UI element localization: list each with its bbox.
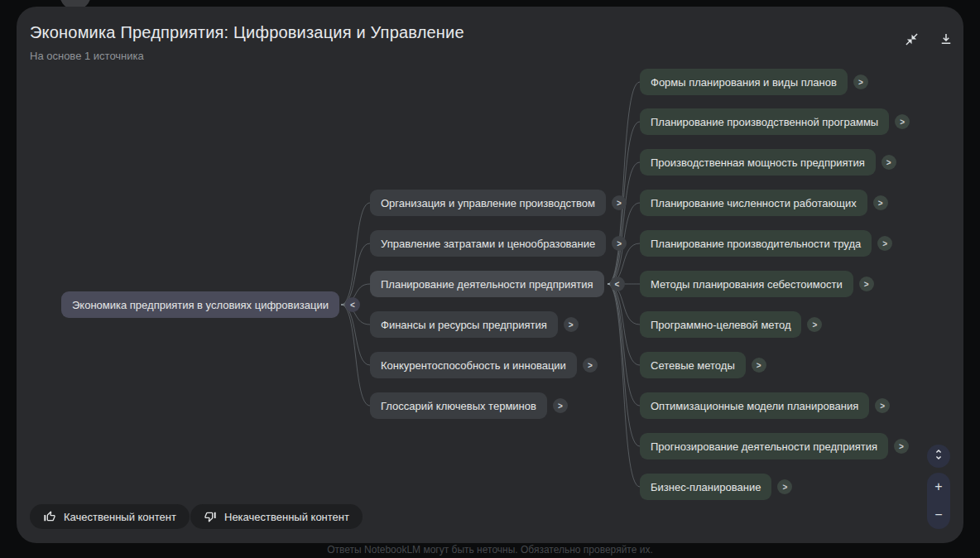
mindmap-branch-node: Организация и управление производством > (370, 190, 627, 216)
mindmap-branch-node: Глоссарий ключевых терминов > (370, 392, 568, 419)
node-label-pill[interactable]: Методы планирования себестоимости (640, 271, 853, 297)
mindmap-leaf-node: Методы планирования себестоимости > (640, 271, 874, 297)
expand-children-toggle[interactable]: > (877, 236, 892, 251)
node-label-pill[interactable]: Организация и управление производством (370, 190, 606, 216)
expand-children-toggle[interactable]: > (553, 398, 568, 413)
download-button[interactable] (935, 28, 957, 50)
node-label-pill[interactable]: Экономика предприятия в условиях цифрови… (61, 291, 339, 318)
mindmap-leaf-node: Планирование производственной программы … (640, 108, 910, 135)
fit-view-button[interactable] (927, 445, 950, 468)
node-label-pill[interactable]: Формы планирования и виды планов (640, 69, 848, 95)
expand-children-toggle[interactable]: > (859, 277, 874, 291)
node-label-pill[interactable]: Бизнес-планирование (640, 474, 771, 500)
mindmap-leaf-node: Планирование производительности труда > (640, 230, 892, 257)
node-label-pill[interactable]: Производственная мощность предприятия (640, 149, 876, 176)
bad-content-button[interactable]: Некачественный контент (190, 504, 363, 529)
mindmap-leaf-node: Планирование численности работающих > (640, 190, 888, 216)
expand-children-toggle[interactable]: > (752, 358, 766, 373)
download-icon (939, 31, 954, 46)
node-label-pill[interactable]: Планирование производственной программы (640, 108, 889, 135)
header-actions (901, 28, 957, 50)
expand-children-toggle[interactable]: > (807, 317, 822, 332)
zoom-controls: + − (927, 473, 950, 529)
expand-children-toggle[interactable]: > (894, 439, 909, 454)
mindmap-leaf-node: Оптимизационные модели планирования > (640, 392, 890, 419)
mindmap-branch-node-expanded: Планирование деятельности предприятия < (370, 271, 625, 297)
expand-children-toggle[interactable]: > (875, 398, 890, 413)
thumb-up-icon (43, 510, 56, 523)
node-label-pill[interactable]: Конкурентоспособность и инновации (370, 352, 577, 378)
collapse-children-toggle[interactable]: < (345, 297, 360, 312)
bad-content-label: Некачественный контент (224, 511, 349, 523)
collapse-icon (905, 32, 919, 46)
node-label-pill[interactable]: Управление затратами и ценообразование (370, 230, 606, 257)
mindmap-canvas[interactable]: Экономика Предприятия: Цифровизация и Уп… (0, 0, 980, 558)
node-label-pill[interactable]: Прогнозирование деятельности предприятия (640, 433, 888, 459)
node-label-pill[interactable]: Программно-целевой метод (640, 311, 801, 338)
expand-children-toggle[interactable]: > (612, 195, 627, 210)
disclaimer-text: Ответы NotebookLM могут быть неточны. Об… (0, 544, 980, 556)
expand-children-toggle[interactable]: > (882, 155, 896, 170)
node-label-pill[interactable]: Глоссарий ключевых терминов (370, 392, 547, 419)
expand-children-toggle[interactable]: > (583, 358, 598, 373)
node-label-pill[interactable]: Планирование деятельности предприятия (370, 271, 604, 297)
mindmap-branch-node: Финансы и ресурсы предприятия > (370, 311, 579, 338)
mindmap-leaf-node: Прогнозирование деятельности предприятия… (640, 433, 909, 459)
mindmap-branch-node: Управление затратами и ценообразование > (370, 230, 627, 257)
page-title: Экономика Предприятия: Цифровизация и Уп… (30, 23, 464, 42)
zoom-in-button[interactable]: + (927, 473, 950, 501)
mindmap-leaf-node: Сетевые методы > (640, 352, 766, 378)
expand-children-toggle[interactable]: > (895, 114, 910, 129)
good-content-label: Качественный контент (64, 511, 176, 523)
mindmap-leaf-node: Программно-целевой метод > (640, 311, 822, 338)
collapse-children-toggle[interactable]: < (610, 277, 625, 291)
source-count-label: На основе 1 источника (30, 50, 144, 62)
mindmap-leaf-node: Производственная мощность предприятия > (640, 149, 896, 176)
collapse-view-button[interactable] (901, 28, 922, 50)
mindmap-branch-node: Конкурентоспособность и инновации > (370, 352, 598, 378)
expand-children-toggle[interactable]: > (612, 236, 627, 251)
good-content-button[interactable]: Качественный контент (30, 504, 190, 529)
node-label-pill[interactable]: Сетевые методы (640, 352, 746, 378)
node-label-pill[interactable]: Планирование производительности труда (640, 230, 872, 257)
expand-children-toggle[interactable]: > (777, 479, 792, 494)
expand-children-toggle[interactable]: > (564, 317, 579, 332)
mindmap-root-node: Экономика предприятия в условиях цифрови… (61, 291, 360, 318)
unfold-more-icon (932, 448, 945, 464)
zoom-out-button[interactable]: − (927, 501, 950, 529)
thumb-down-icon (204, 510, 217, 523)
mindmap-leaf-node: Формы планирования и виды планов > (640, 69, 868, 95)
node-label-pill[interactable]: Оптимизационные модели планирования (640, 392, 869, 419)
expand-children-toggle[interactable]: > (873, 195, 888, 210)
mindmap-leaf-node: Бизнес-планирование > (640, 474, 792, 500)
node-label-pill[interactable]: Финансы и ресурсы предприятия (370, 311, 558, 338)
expand-children-toggle[interactable]: > (853, 75, 868, 89)
node-label-pill[interactable]: Планирование численности работающих (640, 190, 867, 216)
